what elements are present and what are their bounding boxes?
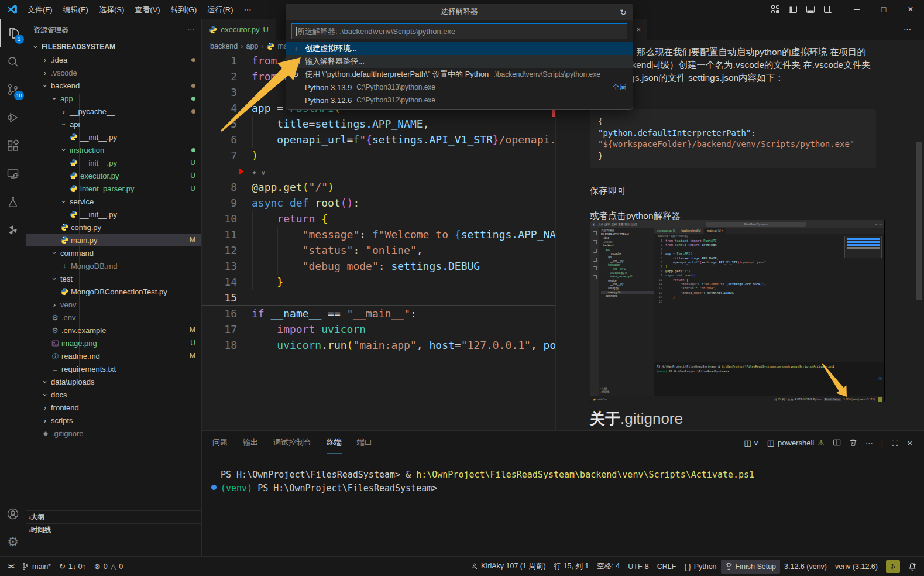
terminal-instance-powershell[interactable]: ◫ powershell ⚠ [767,438,825,447]
activitybar-account-icon[interactable] [0,500,26,528]
split-terminal-icon[interactable] [833,438,841,447]
tree-item-frontend[interactable]: ›frontend [26,401,201,414]
option-action-global[interactable]: 全局 [612,83,627,92]
interpreter-option-3[interactable]: Python 3.13.9C:\Python313\python.exe全局 [286,81,633,94]
tree-item--pycache-[interactable]: ›__pycache__ [26,105,201,118]
tab-close-icon[interactable]: × [636,25,641,34]
tree-item-data-uploads[interactable]: ›data\uploads [26,375,201,388]
panel-tab-输出[interactable]: 输出 [243,431,258,454]
interpreter-option-1[interactable]: 输入解释器路径... [286,55,633,68]
statusbar-item-right-3[interactable]: UTF-8 [624,560,652,574]
menu-5[interactable]: 运行(R) [202,0,238,19]
tree-item--gitignore[interactable]: ◆.gitignore [26,427,201,440]
statusbar-trophy-right-6[interactable]: Finish Setup [721,560,780,574]
tree-item-intent-parser-py[interactable]: intent_parser.pyU [26,182,201,195]
kill-terminal-icon[interactable] [849,438,857,447]
statusbar-bell-right-10[interactable] [904,560,920,574]
interpreter-option-0[interactable]: ＋创建虚拟环境... [286,42,633,55]
chevron-down-icon[interactable]: ∨ [257,169,265,177]
menu-4[interactable]: 转到(G) [166,0,202,19]
activitybar-search-icon[interactable] [0,47,26,76]
tree-item-image-png[interactable]: image.pngU [26,337,201,349]
section-1[interactable]: ›时间线 [26,523,202,536]
menu-1[interactable]: 编辑(E) [58,0,94,19]
statusbar-item-right-1[interactable]: 行 15, 列 1 [550,560,593,574]
panel-more-icon[interactable]: ⋯ [865,438,873,447]
tree-item-instruction[interactable]: ›instruction [26,143,201,156]
preview-more-icon[interactable]: ⋯ [904,25,924,34]
interpreter-search-input[interactable]: 所选解释器: .\backend\venv\Scripts\python.exe [291,23,627,39]
menu-3[interactable]: 查看(V) [129,0,165,19]
activitybar-extensions-icon[interactable] [0,132,26,160]
tree-item--init-py[interactable]: __init__.py [26,131,201,143]
terminal-output[interactable]: PS H:\OwnProject\FilesReadSysteam> & h:\… [202,454,924,495]
statusbar-pinwheel-right-9[interactable] [882,560,904,574]
toggle-secondary-sidebar-icon[interactable] [823,5,833,14]
copilot-sparkle-icon[interactable]: ✦ [252,167,257,177]
statusbar-branch-left-1[interactable]: main* [18,560,55,574]
statusbar-item-right-4[interactable]: CRLF [653,560,681,574]
tree-item-backend[interactable]: ›backend [26,79,201,92]
toggle-panel-icon[interactable] [806,5,815,14]
tree-item-mongodb-md[interactable]: ↓MongoDB.md [26,259,201,272]
panel-tab-问题[interactable]: 问题 [212,431,228,454]
activitybar-run-debug-icon[interactable] [0,104,26,132]
tree-item--idea[interactable]: ›.idea [26,53,201,66]
tree-item-service[interactable]: ›service [26,195,201,208]
tree-item-main-py[interactable]: main.pyM [26,234,201,246]
activitybar-pinwheel-extension-icon[interactable] [0,216,26,244]
statusbar-person-right-0[interactable]: KiriAky 107 (1 周前) [466,560,549,574]
tree-item--init-py[interactable]: __init__.py [26,208,201,221]
window-close-button[interactable]: × [897,0,924,19]
preview-scrollbar[interactable] [916,142,922,300]
statusbar-errwarn-left-3[interactable]: ⊗0△0 [90,560,127,574]
tree-item-readme-md[interactable]: readme.mdM [26,349,201,362]
interpreter-option-4[interactable]: Python 3.12.6C:\Python312\python.exe [286,94,633,107]
tree-item-command[interactable]: ›command [26,246,201,259]
statusbar-item-right-7[interactable]: 3.12.6 (venv) [780,560,831,574]
layout-customize-icon[interactable] [771,5,780,14]
close-panel-icon[interactable]: × [907,438,912,448]
tree-item--env-example[interactable]: ⚙.env.exampleM [26,324,201,337]
panel-tab-端口[interactable]: 端口 [357,431,372,454]
tree-item-app[interactable]: ›app [26,92,201,105]
tab-executor-py[interactable]: executor.py U [202,19,276,40]
activitybar-source-control-icon[interactable]: 10 [0,76,26,104]
statusbar-braces-right-5[interactable]: { }Python [680,560,720,574]
tree-item-venv[interactable]: ›venv [26,298,201,311]
tree-item-config-py[interactable]: config.py [26,221,201,234]
tree-item-executor-py[interactable]: executor.pyU [26,169,201,182]
statusbar-sync-left-2[interactable]: ↻1↓ 0↑ [55,560,90,574]
statusbar-item-right-2[interactable]: 空格: 4 [593,560,624,574]
maximize-panel-icon[interactable] [891,439,899,447]
section-0[interactable]: ›大纲 [26,510,202,523]
activitybar-explorer-icon[interactable]: 1 [0,19,26,47]
tree-item-requirements-txt[interactable]: ≡requirements.txt [26,362,201,375]
toggle-sidebar-icon[interactable] [788,5,798,14]
activitybar-remote-explorer-icon[interactable] [0,160,26,188]
interpreter-option-2[interactable]: ⚙使用 \"python.defaultInterpreterPath\" 设置… [286,68,633,81]
refresh-icon[interactable]: ↻ [620,4,627,20]
sidebar-more-icon[interactable]: ⋯ [187,26,194,34]
activitybar-testing-icon[interactable] [0,188,26,216]
panel-tab-调试控制台[interactable]: 调试控制台 [273,431,311,454]
tree-item-test[interactable]: ›test [26,272,201,285]
tree-item-filesreadsysteam[interactable]: ›FILESREADSYSTEAM [26,40,201,53]
breadcrumb-item[interactable]: backend [210,42,238,50]
tree-item-mongodbconnectiontest-py[interactable]: MongoDBConnectionTest.py [26,285,201,298]
tree-item-docs[interactable]: ›docs [26,388,201,401]
tree-item--init-py[interactable]: __init__.pyU [26,156,201,169]
menu-6[interactable]: ⋯ [238,0,256,19]
activitybar-settings-icon[interactable]: ⚙ [0,528,26,556]
tree-item-scripts[interactable]: ›scripts [26,414,201,427]
tree-item-api[interactable]: ›api [26,118,201,131]
window-minimize-button[interactable]: ─ [843,0,870,19]
menu-2[interactable]: 选择(S) [94,0,129,19]
panel-tab-终端[interactable]: 终端 [327,431,342,454]
breadcrumb-item[interactable]: app [246,42,258,50]
tree-item--env[interactable]: ⚙.env [26,311,201,324]
terminal-launch-icon[interactable]: ◫ ∨ [744,438,758,447]
statusbar-remote-left-0[interactable]: >< [4,560,18,574]
window-maximize-button[interactable]: □ [870,0,897,19]
tree-item--vscode[interactable]: ›.vscode [26,66,201,79]
